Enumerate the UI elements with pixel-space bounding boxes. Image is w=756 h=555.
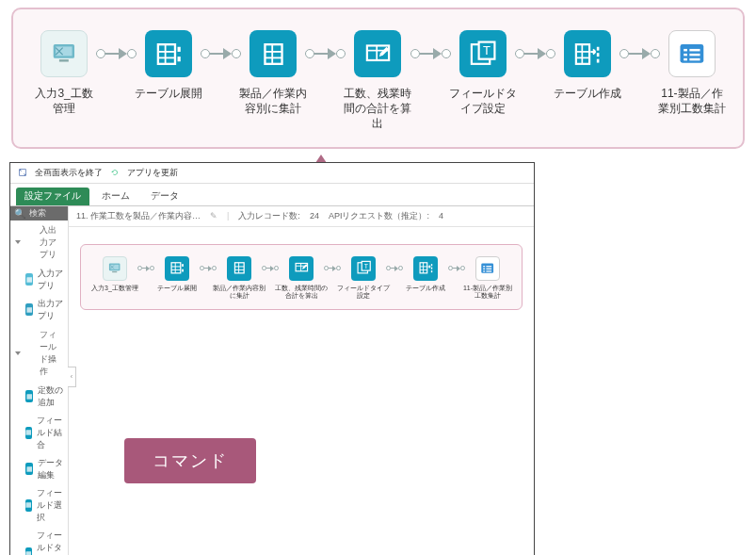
sidebar-group-label: フィールド操作 [40, 329, 63, 378]
flow-connector [515, 30, 555, 77]
api-label: APIリクエスト数（推定）: [329, 210, 429, 222]
flow-node-6[interactable]: 11-製品／作業別工数集計 [658, 30, 726, 116]
sidebar-item-label: 出力アプリ [38, 298, 64, 322]
flow-connector [96, 30, 137, 77]
flow-connector [410, 30, 451, 77]
sidebar-item[interactable]: ▦入力アプリ [10, 265, 68, 295]
flow-node-1[interactable]: テーブル展開 [135, 30, 202, 101]
flow-node-label: 入力3_工数管理 [91, 285, 138, 293]
edit-title-icon[interactable]: ✎ [210, 211, 217, 220]
canvas-flow-row: 入力3_工数管理テーブル展開製品／作業内容別に集計工数、残業時間の合計を算出フィ… [88, 256, 514, 302]
field-type-icon [459, 30, 507, 77]
gear-icon [25, 237, 36, 248]
flow-node-label: テーブル作成 [406, 285, 445, 293]
sidebar-item-icon: ▦ [25, 547, 32, 555]
sidebar-item-icon: ▦ [25, 303, 33, 316]
sidebar-item[interactable]: ▦フィールドタイプ設定 [10, 527, 68, 555]
flow-node-label: 工数、残業時間の合計を算出 [344, 86, 411, 132]
group-by-icon [227, 256, 251, 281]
refresh-icon[interactable] [110, 168, 120, 177]
sidebar-item-icon: ▦ [25, 390, 33, 402]
flow-node-2[interactable]: 製品／作業内容別に集計 [213, 256, 265, 302]
flow-node-0[interactable]: 入力3_工数管理 [30, 30, 98, 116]
tab-settings[interactable]: 設定ファイル [16, 188, 89, 205]
flow-node-2[interactable]: 製品／作業内容別に集計 [239, 30, 307, 116]
sidebar-item-label: データ編集 [38, 457, 64, 482]
sidebar: 🔍 入出力アプリ▦入力アプリ▦出力アプリフィールド操作▦定数の追加▦フィールド結… [10, 206, 69, 555]
exit-fullscreen-icon[interactable] [18, 168, 27, 177]
enlarged-flow-frame: 入力3_工数管理テーブル展開製品／作業内容別に集計工数、残業時間の合計を算出フィ… [11, 8, 745, 149]
flow-node-5[interactable]: テーブル作成 [399, 256, 452, 293]
flow-canvas[interactable]: ‹ 入力3_工数管理テーブル展開製品／作業内容別に集計工数、残業時間の合計を算出… [69, 227, 534, 555]
sidebar-item-label: 定数の追加 [38, 384, 64, 409]
flow-node-label: テーブル展開 [157, 285, 197, 293]
flow-node-label: 製品／作業内容別に集計 [213, 285, 265, 302]
flow-node-label: テーブル作成 [554, 86, 621, 101]
flow-node-label: 11-製品／作業別工数集計 [658, 86, 726, 116]
input-records-label: 入力レコード数: [238, 210, 300, 222]
field-type-icon [351, 256, 376, 281]
flow-node-label: 11-製品／作業別工数集計 [461, 285, 514, 302]
command-badge: コマンド [124, 438, 256, 483]
app-window: 全画面表示を終了 アプリを更新 設定ファイル ホーム データ 🔍 入出力アプリ▦… [9, 162, 535, 555]
enlarged-flow-row: 入力3_工数管理テーブル展開製品／作業内容別に集計工数、残業時間の合計を算出フィ… [30, 30, 726, 132]
sidebar-group-label: 入出力アプリ [40, 224, 63, 261]
canvas-flow-frame: 入力3_工数管理テーブル展開製品／作業内容別に集計工数、残業時間の合計を算出フィ… [80, 244, 523, 311]
flow-node-3[interactable]: 工数、残業時間の合計を算出 [275, 256, 328, 302]
flow-node-label: 工数、残業時間の合計を算出 [275, 285, 328, 302]
list-output-icon [668, 30, 716, 77]
search-input[interactable] [29, 208, 69, 218]
flow-connector [201, 30, 241, 77]
gear-icon [25, 348, 36, 358]
monitor-icon [40, 30, 88, 77]
flow-node-label: 製品／作業内容別に集計 [239, 86, 307, 116]
flow-node-5[interactable]: テーブル作成 [554, 30, 621, 101]
main-panel: 11. 作業工数を製品／作業内容… ✎ | 入力レコード数: 24 APIリクエ… [69, 206, 534, 555]
flow-connector [619, 30, 660, 77]
refresh-app-label[interactable]: アプリを更新 [127, 167, 178, 179]
flow-title: 11. 作業工数を製品／作業内容… [76, 210, 201, 222]
table-expand-icon [145, 30, 192, 77]
sidebar-item-icon: ▦ [25, 499, 32, 512]
sidebar-item-label: フィールド結合 [37, 415, 64, 451]
sidebar-item[interactable]: ▦出力アプリ [10, 295, 68, 325]
exit-fullscreen-label[interactable]: 全画面表示を終了 [35, 167, 103, 179]
tab-data[interactable]: データ [142, 188, 187, 205]
sidebar-group-head[interactable]: フィールド操作 [10, 325, 68, 382]
flow-node-4[interactable]: フィールドタイプ設定 [449, 30, 517, 116]
flow-node-label: フィールドタイプ設定 [337, 285, 390, 302]
sidebar-item[interactable]: ▦フィールド結合 [10, 412, 68, 454]
sidebar-collapse-handle[interactable]: ‹ [68, 367, 76, 387]
sidebar-item-icon: ▦ [25, 427, 32, 439]
sidebar-item[interactable]: ▦データ編集 [10, 454, 68, 484]
flow-node-0[interactable]: 入力3_工数管理 [88, 256, 141, 293]
sidebar-item-label: フィールドタイプ設定 [37, 530, 64, 555]
flow-node-6[interactable]: 11-製品／作業別工数集計 [461, 256, 514, 302]
flow-node-1[interactable]: テーブル展開 [151, 256, 203, 293]
flow-node-label: フィールドタイプ設定 [449, 86, 517, 116]
flow-node-4[interactable]: フィールドタイプ設定 [337, 256, 390, 302]
tab-bar: 設定ファイル ホーム データ [10, 184, 534, 206]
input-records-value: 24 [310, 211, 319, 220]
group-by-icon [249, 30, 297, 77]
sidebar-item-label: フィールド選択 [37, 487, 64, 524]
sidebar-search[interactable]: 🔍 [10, 206, 68, 220]
sidebar-item-label: 入力アプリ [38, 268, 64, 292]
list-output-icon [475, 256, 500, 281]
sidebar-item-icon: ▦ [25, 463, 33, 475]
flow-node-label: テーブル展開 [135, 86, 202, 101]
edit-table-icon [354, 30, 401, 77]
table-create-icon [564, 30, 611, 77]
sidebar-item[interactable]: ▦定数の追加 [10, 382, 68, 412]
sidebar-item[interactable]: ▦フィールド選択 [10, 484, 68, 527]
flow-node-3[interactable]: 工数、残業時間の合計を算出 [344, 30, 411, 132]
tab-home[interactable]: ホーム [93, 188, 138, 205]
search-icon: 🔍 [14, 208, 25, 219]
main-top-bar: 11. 作業工数を製品／作業内容… ✎ | 入力レコード数: 24 APIリクエ… [69, 206, 534, 227]
table-expand-icon [165, 256, 189, 281]
monitor-icon [103, 256, 127, 281]
edit-table-icon [289, 256, 314, 281]
sidebar-group-head[interactable]: 入出力アプリ [10, 220, 68, 265]
sidebar-item-icon: ▦ [25, 273, 33, 286]
flow-connector [305, 30, 346, 77]
